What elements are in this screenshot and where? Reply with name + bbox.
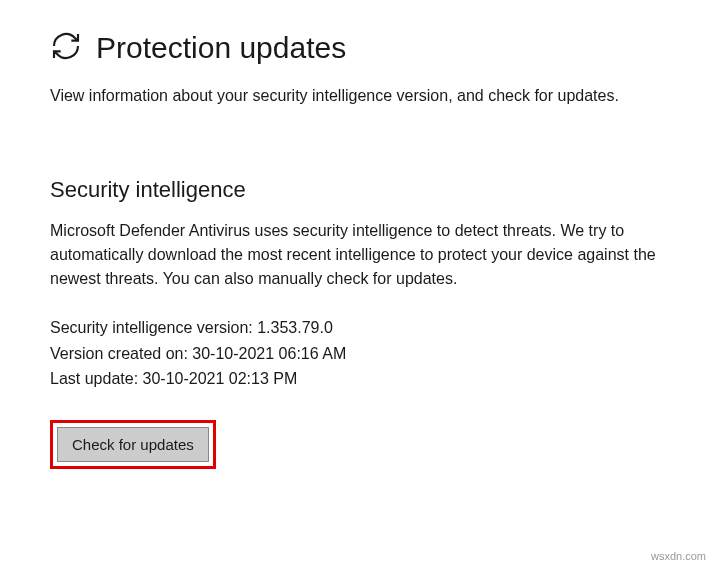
version-label: Security intelligence version: <box>50 319 257 336</box>
created-label: Version created on: <box>50 345 192 362</box>
lastupdate-line: Last update: 30-10-2021 02:13 PM <box>50 366 666 392</box>
check-for-updates-button[interactable]: Check for updates <box>57 427 209 462</box>
version-value: 1.353.79.0 <box>257 319 333 336</box>
version-line: Security intelligence version: 1.353.79.… <box>50 315 666 341</box>
refresh-icon <box>50 30 82 66</box>
lastupdate-value: 30-10-2021 02:13 PM <box>143 370 298 387</box>
page-title: Protection updates <box>96 31 346 65</box>
watermark: wsxdn.com <box>651 550 706 562</box>
info-block: Security intelligence version: 1.353.79.… <box>50 315 666 392</box>
section-description: Microsoft Defender Antivirus uses securi… <box>50 219 666 291</box>
lastupdate-label: Last update: <box>50 370 143 387</box>
page-description: View information about your security int… <box>50 84 666 107</box>
created-value: 30-10-2021 06:16 AM <box>192 345 346 362</box>
created-line: Version created on: 30-10-2021 06:16 AM <box>50 341 666 367</box>
section-title: Security intelligence <box>50 177 666 203</box>
button-highlight: Check for updates <box>50 420 216 469</box>
page-header: Protection updates <box>50 30 666 66</box>
